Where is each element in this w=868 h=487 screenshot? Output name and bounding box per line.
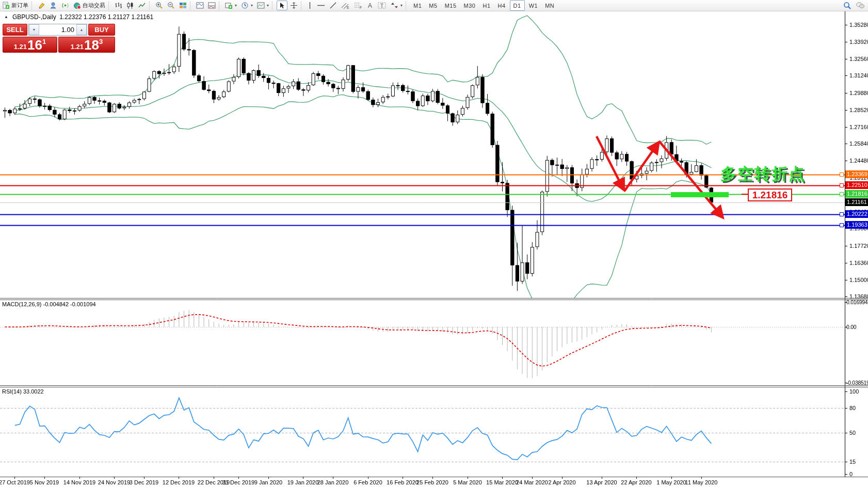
support-highlight-bar[interactable] — [671, 192, 729, 197]
date-axis-label: 28 Jan 2020 — [317, 479, 349, 485]
collapse-panel-icon[interactable]: ▲ — [4, 14, 8, 19]
date-axis-label: 27 Oct 2019 — [0, 479, 30, 485]
line-handle[interactable] — [840, 212, 844, 216]
template-button[interactable]: ▾ — [255, 1, 270, 10]
one-click-trading-panel: SELL ▼ 1.00 ▲ BUY 1.21 16 1 1.21 18 3 — [3, 24, 115, 53]
date-axis-label: 15 Mar 2020 — [486, 479, 518, 485]
chevron-down-icon: ▾ — [400, 3, 403, 8]
autotrading-label: 自动交易 — [83, 2, 105, 9]
new-order-button[interactable]: 新订单 — [1, 1, 30, 10]
line-handle[interactable] — [840, 223, 844, 227]
date-axis-label: 11 May 2020 — [685, 479, 718, 485]
chevron-down-icon: ▾ — [251, 3, 253, 8]
tile-windows-button[interactable] — [178, 1, 188, 10]
price-line-tag: 1.21816 — [845, 190, 868, 198]
buy-price-button[interactable]: 1.21 18 3 — [58, 37, 115, 53]
sell-button[interactable]: SELL — [3, 24, 27, 36]
line-handle[interactable] — [840, 172, 844, 177]
buy-price-big: 18 — [84, 38, 99, 52]
volume-input[interactable]: 1.00 — [39, 24, 76, 35]
cursor-icon — [279, 2, 285, 9]
chat-icon[interactable] — [856, 2, 865, 9]
fibonacci-tool[interactable]: F — [352, 1, 364, 10]
tile-windows-icon — [179, 2, 187, 9]
chevron-down-icon: ▾ — [267, 3, 269, 8]
styler-button[interactable] — [36, 1, 47, 10]
date-axis-label: 1 May 2020 — [656, 479, 686, 485]
timeframe-label: H1 — [483, 3, 490, 9]
vertical-line-icon — [307, 2, 313, 9]
timeframe-label: MN — [545, 3, 554, 9]
date-axis-label: 9 Jan 2020 — [254, 479, 282, 485]
signal-icon — [61, 2, 69, 9]
volume-increase-button[interactable]: ▲ — [76, 24, 87, 35]
buy-button[interactable]: BUY — [88, 24, 115, 36]
macd-label: MACD(12,26,9) -0.004842 -0.001094 — [2, 301, 96, 307]
timeframe-mn[interactable]: MN — [542, 0, 557, 11]
indicator-subwindow-button[interactable] — [206, 1, 217, 10]
timeframe-d1[interactable]: D1 — [510, 0, 525, 11]
trendline-tool[interactable] — [328, 1, 339, 10]
signal-button[interactable] — [60, 1, 71, 10]
price-line-tag: 1.21161 — [845, 198, 868, 206]
text-tool[interactable]: A — [365, 1, 375, 10]
bar-chart-icon — [115, 2, 122, 9]
search-icon[interactable] — [843, 2, 851, 10]
cursor-tool-button[interactable] — [277, 1, 287, 10]
timeframe-m30[interactable]: M30 — [461, 0, 479, 11]
label-icon: T — [378, 2, 387, 9]
label-tool[interactable]: T — [376, 1, 388, 10]
indicator-window-icon — [196, 2, 204, 9]
date-axis-label: 5 Nov 2019 — [30, 479, 59, 485]
line-handle[interactable] — [840, 192, 844, 196]
y-axis-tick-label: 1.24480 — [849, 158, 868, 164]
periods-button[interactable]: ▾ — [239, 1, 254, 10]
crosshair-tool-button[interactable] — [288, 1, 299, 10]
timeframe-label: W1 — [529, 3, 538, 9]
channel-icon: E — [341, 2, 350, 9]
indicator-window-button[interactable] — [195, 1, 205, 10]
timeframe-w1[interactable]: W1 — [526, 0, 541, 11]
chart-canvas[interactable] — [0, 0, 868, 487]
sell-price-button[interactable]: 1.21 16 1 — [3, 37, 57, 53]
timeframe-m1[interactable]: M1 — [410, 0, 425, 11]
y-axis-tick-label: 1.32560 — [849, 56, 868, 62]
toolbar-separator — [219, 2, 222, 10]
price-note-label[interactable]: 1.21816 — [748, 188, 792, 201]
line-chart-button[interactable] — [137, 1, 148, 10]
zoom-in-button[interactable] — [154, 1, 165, 10]
date-axis-label: 5 Mar 2020 — [453, 479, 482, 485]
rsi-axis-tick-label: 50 — [849, 430, 856, 436]
timeframe-label: M1 — [413, 3, 422, 9]
toolbar-separator — [190, 2, 193, 10]
vertical-line-tool[interactable] — [306, 1, 314, 10]
y-axis-tick-label: 1.25840 — [849, 140, 868, 147]
horizontal-line-tool[interactable] — [315, 1, 327, 10]
add-indicator-button[interactable]: ▾ — [223, 1, 238, 10]
timeframe-h1[interactable]: H1 — [479, 0, 493, 11]
timeframe-m5[interactable]: M5 — [426, 0, 440, 11]
add-indicator-icon — [225, 2, 233, 9]
y-axis-tick-label: 1.35280 — [849, 22, 868, 28]
timeframe-label: H4 — [498, 3, 506, 9]
toolbar-separator — [406, 2, 409, 10]
bar-chart-button[interactable] — [113, 1, 124, 10]
market-watch-button[interactable] — [48, 1, 59, 10]
autotrading-button[interactable]: 自动交易 — [72, 1, 107, 10]
volume-decrease-button[interactable]: ▼ — [29, 24, 39, 35]
macd-axis-tick-label: 0.00 — [846, 324, 856, 330]
arrows-tool[interactable]: ▾ — [389, 1, 404, 10]
buy-price-sup: 3 — [99, 38, 103, 45]
zoom-out-button[interactable] — [166, 1, 176, 10]
turning-point-annotation[interactable]: 多空转折点 — [720, 163, 806, 185]
timeframe-h4[interactable]: H4 — [495, 0, 509, 11]
date-axis-label: 3 Dec 2019 — [130, 479, 158, 485]
candlestick-chart-button[interactable] — [125, 1, 136, 10]
date-axis-label: 16 Feb 2020 — [387, 479, 419, 485]
timeframe-label: D1 — [513, 3, 521, 9]
timeframe-m15[interactable]: M15 — [442, 0, 460, 11]
channel-tool[interactable]: E — [340, 1, 351, 10]
line-handle[interactable] — [840, 183, 844, 187]
date-axis-label: 14 Nov 2019 — [63, 479, 95, 485]
indicator-subwindow-icon — [208, 2, 216, 9]
